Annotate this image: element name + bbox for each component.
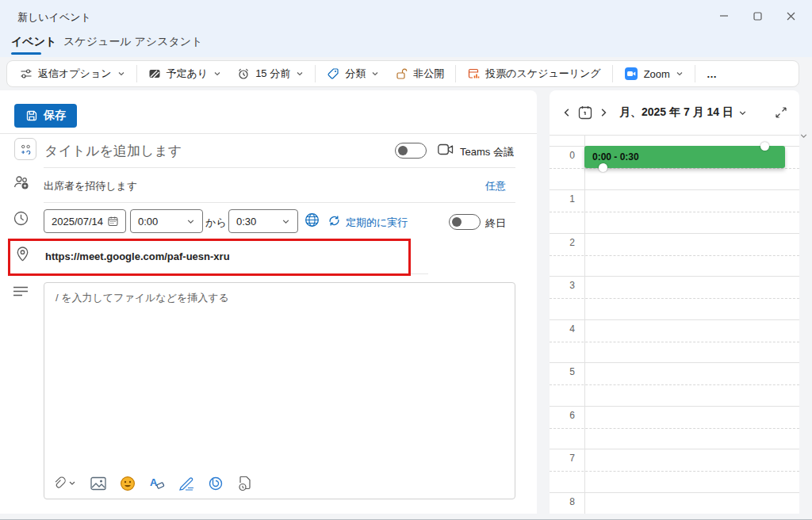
- toolbar-divider: [455, 65, 456, 82]
- toggle-knob: [452, 217, 462, 227]
- event-resize-handle-bottom[interactable]: [599, 163, 607, 172]
- emoji-button[interactable]: [119, 475, 136, 492]
- title-input[interactable]: タイトルを追加します: [44, 142, 182, 160]
- event-resize-handle-top[interactable]: [760, 142, 769, 151]
- hour-label: 6: [550, 410, 575, 421]
- categorize-label: 分類: [345, 67, 366, 81]
- hour-row-1[interactable]: 1: [550, 189, 799, 233]
- clear-formatting-button[interactable]: A: [148, 475, 166, 492]
- tab-event[interactable]: イベント: [11, 35, 56, 49]
- half-hour-line: [550, 168, 799, 169]
- event-charm-picker[interactable]: [14, 138, 36, 160]
- title-bar: 新しいイベント: [0, 0, 812, 32]
- expand-panel-icon[interactable]: [776, 107, 787, 118]
- panel-date-selector[interactable]: 月、2025 年 7 月 14 日: [619, 105, 747, 120]
- chevron-down-icon: [296, 70, 304, 78]
- description-lines-icon: [13, 285, 29, 298]
- location-input-underline: [44, 273, 428, 274]
- paperclip-icon: [53, 476, 77, 491]
- reminder-button[interactable]: 15 分前: [229, 63, 312, 85]
- hour-row-8[interactable]: 8: [550, 492, 799, 514]
- private-label: 非公開: [413, 67, 444, 81]
- end-time-value: 0:30: [236, 216, 277, 228]
- hour-row-4[interactable]: 4: [550, 319, 799, 363]
- toolbar-divider: [695, 65, 695, 82]
- scheduling-poll-button[interactable]: 投票のスケジューリング: [459, 63, 608, 85]
- more-options-button[interactable]: …: [699, 63, 726, 85]
- insert-image-button[interactable]: [90, 475, 107, 492]
- calendar-today-icon[interactable]: [578, 105, 592, 120]
- toolbar-band: 返信オプション 予定あり 15 分前: [0, 57, 812, 90]
- window-controls: [707, 0, 807, 32]
- all-day-label: 終日: [485, 216, 506, 231]
- close-button[interactable]: [774, 0, 807, 32]
- chevron-down-icon: [186, 217, 195, 226]
- templates-button[interactable]: [236, 475, 254, 492]
- hour-label: 1: [550, 193, 575, 205]
- attendees-input[interactable]: 出席者を招待します: [44, 179, 137, 193]
- maximize-icon: [753, 12, 762, 21]
- day-calendar-panel: 月、2025 年 7 月 14 日 0 1 2 3 4 5 6 7 8 0:00…: [550, 90, 799, 514]
- maximize-button[interactable]: [741, 0, 774, 32]
- close-icon: [787, 12, 795, 21]
- loop-component-button[interactable]: [207, 475, 224, 492]
- toggle-knob: [398, 146, 408, 155]
- zoom-button[interactable]: Zoom: [616, 63, 691, 85]
- show-as-busy-button[interactable]: 予定あり: [140, 63, 230, 85]
- categorize-button[interactable]: 分類: [319, 63, 387, 85]
- half-hour-line: [550, 428, 799, 429]
- recurrence-link[interactable]: 定期的に実行: [346, 216, 408, 230]
- scheduling-poll-label: 投票のスケジューリング: [485, 67, 600, 81]
- minimize-button[interactable]: [707, 0, 741, 32]
- image-icon: [90, 476, 106, 491]
- previous-day-chevron[interactable]: [562, 108, 572, 117]
- more-ellipsis: …: [707, 68, 718, 80]
- private-button[interactable]: 非公開: [387, 63, 452, 85]
- video-camera-icon: [438, 143, 454, 155]
- divider: [44, 167, 515, 168]
- pen-icon: [178, 476, 195, 491]
- window-title: 新しいイベント: [17, 10, 91, 25]
- optional-attendees-link[interactable]: 任意: [485, 179, 506, 193]
- draw-pen-button[interactable]: [178, 475, 195, 492]
- end-time-select[interactable]: 0:30: [228, 209, 298, 233]
- chevron-down-icon: [738, 109, 747, 117]
- reminder-alarm-icon: [237, 67, 250, 80]
- divider: [0, 133, 537, 134]
- hour-label: 0: [550, 150, 575, 161]
- hour-row-5[interactable]: 5: [550, 362, 799, 406]
- all-day-toggle[interactable]: [449, 214, 481, 230]
- chevron-down-icon: [799, 132, 808, 140]
- attach-file-button[interactable]: [52, 475, 78, 492]
- tab-scheduling-assistant[interactable]: スケジュール アシスタント: [63, 35, 203, 49]
- chevron-down-icon: [213, 70, 221, 78]
- reply-options-sliders-icon: [20, 67, 33, 80]
- hour-row-7[interactable]: 7: [550, 449, 799, 492]
- new-event-window: 新しいイベント イベント スケジュール アシスタント: [0, 0, 812, 520]
- hour-row-2[interactable]: 2: [550, 233, 799, 277]
- location-input[interactable]: https://meet.google.com/paf-uesn-xru: [45, 250, 230, 262]
- editor-toolbar: A: [52, 475, 254, 492]
- reply-options-button[interactable]: 返信オプション: [12, 63, 133, 85]
- start-date-field[interactable]: 2025/07/14: [44, 209, 126, 233]
- charm-sparkle-icon: [20, 143, 32, 155]
- zoom-label: Zoom: [644, 68, 670, 80]
- calendar-event-block[interactable]: 0:00 - 0:30: [584, 146, 785, 168]
- next-day-chevron[interactable]: [599, 108, 608, 117]
- svg-text:A: A: [150, 476, 158, 488]
- teams-meeting-label: Teams 会議: [460, 145, 514, 159]
- event-time-label: 0:00 - 0:30: [592, 151, 639, 162]
- hour-row-6[interactable]: 6: [550, 406, 799, 449]
- description-editor[interactable]: / を入力してファイルなどを挿入する: [44, 282, 515, 499]
- timezone-globe-icon[interactable]: [304, 212, 320, 228]
- start-time-value: 0:00: [138, 216, 182, 228]
- hour-row-3[interactable]: 3: [550, 276, 799, 319]
- toolbar-divider: [612, 65, 613, 82]
- document-clock-icon: [238, 476, 252, 491]
- category-tag-icon: [327, 67, 339, 80]
- reminder-label: 15 分前: [255, 67, 290, 81]
- start-time-select[interactable]: 0:00: [130, 209, 203, 233]
- teams-meeting-toggle[interactable]: [395, 143, 427, 159]
- save-button[interactable]: 保存: [14, 104, 77, 128]
- zoom-logo-icon: [624, 67, 638, 81]
